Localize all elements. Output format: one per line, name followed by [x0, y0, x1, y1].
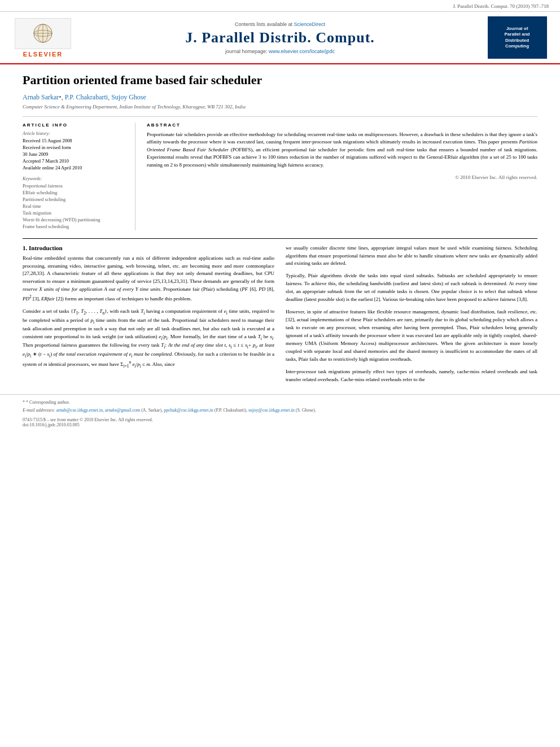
kw-3: Partitioned scheduling — [23, 196, 127, 202]
intro-para3: we usually consider discrete time lines,… — [286, 244, 537, 268]
intro-para1: Real-time embedded systems that concurre… — [23, 255, 274, 304]
email-sujoy[interactable]: sujoy@cse.iitkgp.ernet.in — [248, 408, 295, 413]
abstract-col: ABSTRACT Proportionate fair schedulers p… — [147, 123, 537, 230]
logo-image — [15, 18, 71, 49]
kw-7: Frame based scheduling — [23, 224, 127, 229]
intro-title-text: 1. Introduction — [23, 244, 63, 251]
journal-ref-bar: J. Parallel Distrib. Comput. 70 (2010) 7… — [0, 0, 560, 12]
email-arnab[interactable]: arnab@cse.iitkgp.ernet.in — [56, 408, 103, 413]
history-label: Article history: — [23, 131, 127, 136]
intro-para6: Inter-processor task migrations primaril… — [286, 368, 537, 384]
globe-icon — [33, 23, 53, 43]
intro-para4: Typically, Pfair algorithms divide the t… — [286, 272, 537, 304]
author-sujoy: Sujoy Ghose — [111, 93, 146, 101]
journal-title-section: Contents lists available at ScienceDirec… — [77, 21, 483, 54]
kw-2: ERfair scheduling — [23, 190, 127, 195]
accepted-date: Accepted 7 March 2010 — [23, 158, 127, 164]
kw-5: Task migration — [23, 210, 127, 216]
journal-logo-right: Journal ofParallel andDistributedComputi… — [483, 16, 551, 59]
sciencedirect-anchor[interactable]: ScienceDirect — [294, 21, 326, 27]
kw-4: Real time — [23, 203, 127, 209]
article-info-col: ARTICLE INFO Article history: Received 1… — [23, 123, 135, 230]
section-divider — [23, 238, 537, 239]
elsevier-logo-section: ELSEVIER — [9, 18, 77, 58]
author-pp: P.P. Chakrabarti — [65, 93, 108, 101]
received-revised-date: 30 June 2009 — [23, 151, 127, 157]
article-history: Article history: Received 15 August 2008… — [23, 131, 127, 171]
email-ppchak[interactable]: ppchak@cse.iitkgp.ernet.in — [164, 408, 213, 413]
paper-title: Partition oriented frame based fair sche… — [23, 72, 537, 89]
elsevier-wordmark: ELSEVIER — [23, 51, 63, 58]
kw-1: Proportional fairness — [23, 183, 127, 189]
affiliation: Computer Science & Engineering Departmen… — [23, 104, 537, 110]
email-arnabs[interactable]: arnabs@gmail.com — [105, 408, 140, 413]
issn-line: 0743-7315/$ – see front matter © 2010 El… — [23, 417, 537, 427]
authors: Arnab Sarkar*, P.P. Chakrabarti, Sujoy G… — [23, 93, 537, 102]
footnote-emails: E-mail addresses: arnab@cse.iitkgp.ernet… — [23, 407, 537, 414]
homepage-link: journal homepage: www.elsevier.com/locat… — [88, 49, 472, 54]
main-content: Partition oriented frame based fair sche… — [0, 64, 560, 394]
footnote-star: * * Corresponding author. — [23, 399, 537, 406]
journal-header: ELSEVIER Contents lists available at Sci… — [0, 12, 560, 64]
keywords-block: Keywords: Proportional fairness ERfair s… — [23, 176, 127, 229]
kw-6: Worst-fit decreasing (WFD) partitioning — [23, 217, 127, 222]
received-revised-label: Received in revised form — [23, 145, 127, 150]
footer: * * Corresponding author. E-mail address… — [0, 394, 560, 433]
journal-title: J. Parallel Distrib. Comput. — [88, 29, 472, 46]
intro-title: 1. Introduction — [23, 244, 274, 251]
abstract-text: Proportionate fair schedulers provide an… — [147, 131, 537, 169]
body-right-col: we usually consider discrete time lines,… — [286, 244, 537, 388]
intro-para2: Consider a set of tasks {T1, T2, . . . ,… — [23, 308, 274, 369]
homepage-url[interactable]: www.elsevier.com/locate/jpdc — [269, 49, 335, 54]
journal-logo-box: Journal ofParallel andDistributedComputi… — [488, 16, 547, 59]
journal-ref: J. Parallel Distrib. Comput. 70 (2010) 7… — [453, 3, 549, 9]
keywords-label: Keywords: — [23, 176, 127, 181]
page: J. Parallel Distrib. Comput. 70 (2010) 7… — [0, 0, 560, 747]
copyright: © 2010 Elsevier Inc. All rights reserved… — [147, 174, 537, 180]
author-arnab: Arnab Sarkar — [23, 93, 59, 101]
article-info-abstract: ARTICLE INFO Article history: Received 1… — [23, 116, 537, 230]
logo-box-text: Journal ofParallel andDistributedComputi… — [505, 26, 530, 50]
available-date: Available online 24 April 2010 — [23, 165, 127, 171]
article-info-header: ARTICLE INFO — [23, 123, 127, 128]
body-columns: 1. Introduction Real-time embedded syste… — [23, 244, 537, 388]
elsevier-logo: ELSEVIER — [9, 18, 77, 58]
intro-para5: However, in spite of attractive features… — [286, 308, 537, 364]
body-left-col: 1. Introduction Real-time embedded syste… — [23, 244, 274, 388]
star-symbol: * — [23, 400, 25, 405]
received-date: Received 15 August 2008 — [23, 138, 127, 143]
sciencedirect-link: Contents lists available at ScienceDirec… — [88, 21, 472, 27]
abstract-header: ABSTRACT — [147, 123, 537, 128]
